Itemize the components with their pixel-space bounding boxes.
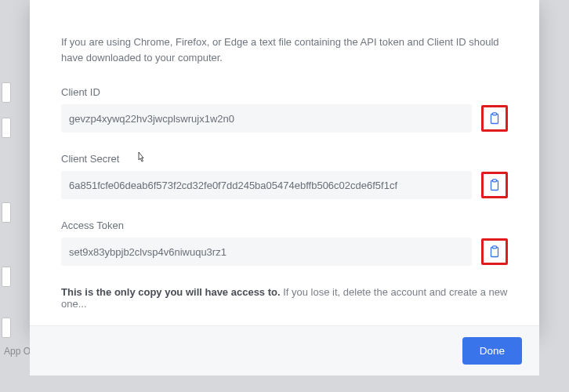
clipboard-icon xyxy=(489,112,500,125)
client-secret-row xyxy=(61,171,508,199)
client-id-group: Client ID xyxy=(61,86,508,132)
svg-rect-5 xyxy=(493,246,497,249)
done-button[interactable]: Done xyxy=(462,337,522,365)
client-id-row xyxy=(61,104,508,132)
intro-text: If you are using Chrome, Firefox, or Edg… xyxy=(61,34,508,66)
client-id-input[interactable] xyxy=(61,104,472,132)
client-secret-group: Client Secret xyxy=(61,153,508,199)
modal-footer: Done xyxy=(30,325,539,376)
clipboard-icon xyxy=(489,179,500,191)
bg-element xyxy=(2,118,11,138)
access-token-label: Access Token xyxy=(61,220,508,231)
bg-element xyxy=(2,318,11,338)
client-id-label: Client ID xyxy=(61,86,508,98)
modal-body: If you are using Chrome, Firefox, or Edg… xyxy=(30,0,539,325)
copy-client-secret-button[interactable] xyxy=(481,172,508,198)
bg-element xyxy=(2,202,11,223)
svg-rect-1 xyxy=(493,113,497,115)
svg-rect-3 xyxy=(493,180,497,182)
bg-element xyxy=(2,82,11,103)
copy-client-id-button[interactable] xyxy=(481,105,508,132)
bg-element xyxy=(2,267,11,287)
access-token-row xyxy=(61,238,508,266)
credentials-modal: BigCommerce API Credentials × If you are… xyxy=(30,0,539,333)
access-token-input[interactable] xyxy=(61,238,472,266)
access-token-group: Access Token xyxy=(61,220,508,266)
client-secret-label: Client Secret xyxy=(61,153,508,165)
client-secret-input[interactable] xyxy=(61,171,472,199)
clipboard-icon xyxy=(489,245,500,258)
warning-text: This is the only copy you will have acce… xyxy=(61,286,508,310)
warning-strong: This is the only copy you will have acce… xyxy=(61,286,281,298)
copy-access-token-button[interactable] xyxy=(481,238,508,265)
